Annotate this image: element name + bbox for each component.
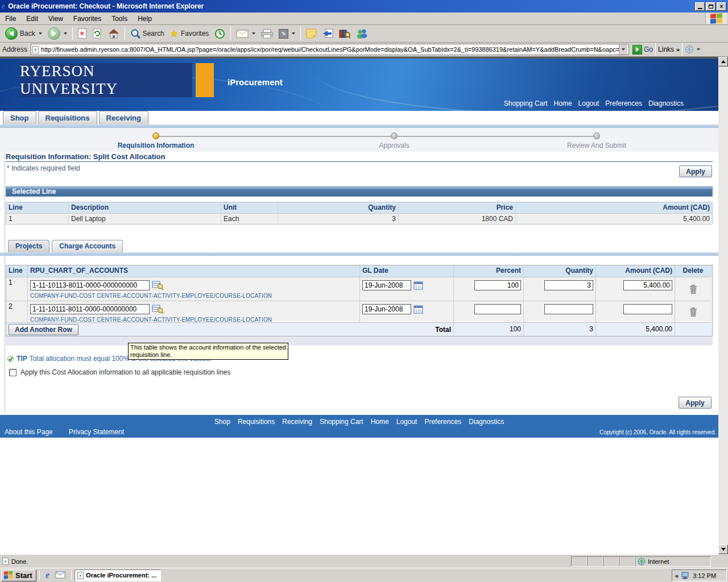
print-button[interactable] [258, 28, 276, 40]
account-lookup-icon-1[interactable] [152, 281, 164, 290]
taskbar-separator [71, 570, 72, 580]
account-lookup-icon-2[interactable] [152, 305, 164, 314]
subtab-projects[interactable]: Projects [8, 240, 49, 252]
scroll-down-button[interactable] [718, 544, 728, 554]
gl-date-input-1[interactable] [362, 280, 411, 290]
edit-button[interactable]: ✎ [276, 28, 298, 40]
train-line [156, 136, 597, 137]
tray-network-icon[interactable] [681, 572, 690, 579]
minimize-button[interactable] [695, 2, 705, 11]
quicklaunch-mail-icon[interactable] [55, 571, 65, 580]
notes-button[interactable] [303, 27, 320, 40]
amount-input-2[interactable] [623, 304, 672, 314]
home-button[interactable] [105, 27, 122, 40]
privacy-statement-link[interactable]: Privacy Statement [69, 428, 124, 436]
menu-file[interactable]: File [0, 13, 21, 24]
window-controls: × [694, 2, 726, 11]
footer-link-logout[interactable]: Logout [396, 418, 417, 426]
total-quantity: 3 [524, 322, 596, 336]
footer-bar: Shop Requisitions Receiving Shopping Car… [0, 415, 718, 438]
history-button[interactable] [212, 27, 228, 40]
menu-view[interactable]: View [43, 13, 68, 24]
delete-icon-1[interactable] [689, 284, 697, 294]
train-step2-label[interactable]: Approvals [379, 142, 409, 149]
links-button[interactable]: Links» [658, 45, 680, 53]
nav-diagnostics[interactable]: Diagnostics [648, 99, 684, 107]
stop-button[interactable]: × [75, 27, 89, 40]
page-globe-button[interactable] [685, 45, 700, 54]
gl-date-input-2[interactable] [362, 304, 411, 314]
browser-viewport: RYERSON UNIVERSITY iProcurement Shopping… [0, 57, 718, 554]
forward-dropdown-icon[interactable] [64, 32, 67, 35]
percent-input-1[interactable] [474, 280, 521, 290]
quicklaunch-ie-icon[interactable]: e [46, 570, 49, 580]
add-another-row-button[interactable]: Add Another Row [9, 324, 78, 335]
address-dropdown-icon[interactable] [619, 44, 627, 55]
banner-nav: Shopping Cart Home Logout Preferences Di… [504, 99, 684, 107]
menu-favorites[interactable]: Favorites [68, 13, 106, 24]
favorites-button[interactable]: ★ Favorites [167, 27, 212, 41]
quantity-input-1[interactable] [544, 280, 593, 290]
amount-input-1[interactable] [623, 280, 672, 290]
address-field[interactable]: e [31, 44, 629, 55]
train-step3-label[interactable]: Review And Submit [567, 142, 626, 149]
tab-shop[interactable]: Shop [3, 111, 36, 124]
close-button[interactable]: × [717, 2, 726, 11]
footer-link-requisitions[interactable]: Requisitions [238, 418, 275, 426]
tab-requisitions[interactable]: Requisitions [38, 111, 97, 124]
messenger-button[interactable] [353, 27, 370, 40]
scroll-up-button[interactable] [718, 57, 728, 66]
apply-button-bottom[interactable]: Apply [679, 397, 712, 409]
calendar-icon-2[interactable] [413, 305, 423, 314]
titlebar[interactable]: e Oracle iProcurement: Checkout - Micros… [0, 0, 728, 13]
menu-tools[interactable]: Tools [106, 13, 133, 24]
account-input-2[interactable] [30, 304, 150, 314]
research-button[interactable] [336, 27, 353, 40]
vertical-scrollbar[interactable] [718, 57, 728, 554]
forward-button[interactable] [45, 26, 70, 41]
status-text: Done. [11, 558, 28, 565]
go-icon [632, 45, 642, 55]
start-button[interactable]: Start [1, 569, 36, 581]
apply-button-top[interactable]: Apply [679, 165, 712, 177]
footer-link-preferences[interactable]: Preferences [424, 418, 461, 426]
discuss-button[interactable] [320, 27, 336, 40]
apply-all-label: Apply this Cost Allocation information t… [20, 368, 231, 376]
search-button[interactable]: Search [127, 27, 167, 40]
calendar-icon-1[interactable] [413, 281, 423, 290]
footer-link-diagnostics[interactable]: Diagnostics [469, 418, 504, 426]
subtab-charge-accounts[interactable]: Charge Accounts [52, 240, 123, 252]
back-button[interactable]: Back [2, 26, 45, 41]
footer-link-receiving[interactable]: Receiving [282, 418, 312, 426]
restore-button[interactable] [706, 2, 715, 11]
nav-home[interactable]: Home [554, 99, 572, 107]
mail-dropdown-icon[interactable] [252, 32, 255, 35]
address-input[interactable] [41, 46, 619, 53]
tab-receiving[interactable]: Receiving [99, 111, 148, 124]
apply-all-checkbox[interactable] [9, 369, 16, 376]
delete-icon-2[interactable] [689, 307, 697, 317]
footer-link-shop[interactable]: Shop [214, 418, 230, 426]
nav-preferences[interactable]: Preferences [605, 99, 642, 107]
mail-button[interactable] [233, 28, 258, 39]
task-button-oracle-iprocurement[interactable]: e Oracle iProcurement: ... [75, 569, 161, 581]
account-input-1[interactable] [30, 280, 150, 290]
nav-shopping-cart[interactable]: Shopping Cart [504, 99, 548, 107]
edit-dropdown-icon[interactable] [292, 32, 295, 35]
go-button[interactable]: Go [632, 45, 653, 55]
refresh-button[interactable] [89, 27, 105, 40]
footer-link-shopping-cart[interactable]: Shopping Cart [320, 418, 363, 426]
system-tray: « 3:12 PM [672, 569, 727, 581]
selected-line-header-row: Line Description Unit Quantity Price Amo… [6, 202, 712, 213]
charge-table-footer-row: Add Another Row Total 100 3 5,400.00 [6, 322, 712, 336]
back-dropdown-icon[interactable] [39, 32, 42, 35]
quantity-input-2[interactable] [544, 304, 593, 314]
footer-link-home[interactable]: Home [371, 418, 389, 426]
nav-logout[interactable]: Logout [578, 99, 599, 107]
percent-input-2[interactable] [474, 304, 521, 314]
menu-help[interactable]: Help [133, 13, 157, 24]
menu-edit[interactable]: Edit [21, 13, 43, 24]
account-description-2: COMPANY-FUND-COST CENTRE-ACCOUNT-ACTIVIT… [30, 317, 357, 322]
about-this-page-link[interactable]: About this Page [5, 428, 53, 436]
tray-chevron[interactable]: « [675, 572, 679, 579]
